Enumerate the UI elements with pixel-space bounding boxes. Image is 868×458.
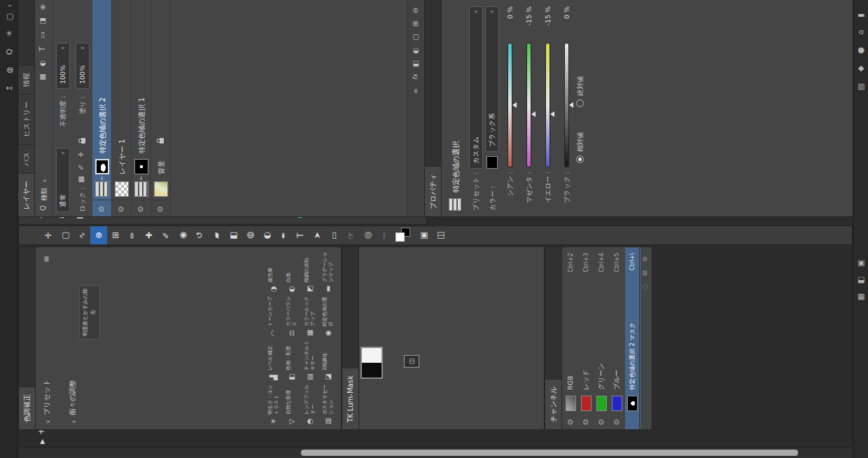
radio-relative[interactable] (576, 155, 584, 163)
layer-mask-thumbnail[interactable] (134, 159, 148, 174)
opacity-dropdown[interactable]: 100% ∨ (56, 43, 70, 89)
mask-link-icon[interactable]: ∞ (99, 176, 105, 181)
object-selection-tool[interactable]: ⊛ (90, 226, 107, 244)
adjustment-layer-thumbnail[interactable] (95, 181, 109, 197)
lock-all-icon[interactable] (81, 138, 85, 144)
tk-bw-swatch[interactable] (360, 347, 383, 379)
filter-kind-label[interactable]: 種類 (40, 188, 49, 201)
new-channel-icon[interactable]: ⊞ (641, 267, 648, 279)
channel-row-green[interactable]: ⊙ グリーン Ctrl+4 (594, 247, 610, 429)
share-icon[interactable]: ↥ (4, 83, 15, 94)
filter-pixel-icon[interactable]: ▩ (38, 71, 46, 83)
blur-tool[interactable]: ◍ (241, 226, 258, 244)
adjustment-item-selective-color[interactable]: ◉特定色域の選択 (320, 293, 338, 338)
taskbar-app-icon-2[interactable]: ◧ (856, 275, 865, 286)
cyan-slider-track[interactable] (507, 43, 512, 167)
lasso-tool[interactable]: ∿ (74, 226, 90, 244)
chevron-down-icon[interactable]: ∨ (41, 179, 48, 183)
preset-card[interactable]: 明度差とかすみの除去 (79, 285, 100, 340)
adjustment-item-channel-mixer[interactable]: ▤チャンネルミキサー (302, 338, 320, 382)
filter-adjustment-icon[interactable]: ◐ (38, 57, 46, 69)
individual-section-header[interactable]: 個々の調整 (68, 380, 78, 415)
channel-row-blue[interactable]: ⊙ ブルー Ctrl+5 (610, 247, 625, 429)
layer-mask-thumbnail[interactable] (95, 159, 109, 174)
shape-tool[interactable]: ▭ (326, 226, 342, 244)
tab-adjustments[interactable]: 色調補正 (19, 387, 35, 429)
preset-dropdown[interactable]: カスタム ∨ (469, 6, 483, 169)
layer-row-layer-1[interactable]: ⊙ レイヤー 1 (112, 0, 132, 216)
adjustment-item-invert[interactable]: ◩階調の反転 (302, 249, 320, 293)
visibility-eye-icon[interactable]: ⊙ (612, 419, 620, 425)
lock-transparency-icon[interactable]: ▩ (77, 176, 85, 183)
tray-icon-5[interactable]: ▮ (856, 10, 865, 21)
adjustment-item-color-balance[interactable]: ⚖カラーバランス (284, 293, 302, 338)
visibility-eye-icon[interactable]: ⊙ (566, 419, 574, 425)
tray-icon-2[interactable]: ◆ (856, 63, 865, 74)
visibility-eye-icon[interactable]: ⊙ (597, 419, 605, 425)
marquee-tool[interactable]: ▢ (57, 226, 74, 244)
layer-row-selective-color-2[interactable]: ⊙ ∞ 特定色域の選択 2 (92, 0, 112, 216)
new-layer-icon[interactable]: ⊞ (412, 18, 419, 30)
tab-layers[interactable]: レイヤー (18, 173, 34, 216)
channel-row-rgb[interactable]: ⊙ RGB Ctrl+2 (564, 247, 579, 429)
adjustment-item-posterize[interactable]: ▥ポスタリゼーション (320, 382, 338, 426)
scrollbar[interactable] (18, 447, 853, 458)
foreground-color-swatch[interactable] (396, 233, 405, 242)
adjustment-layer-thumbnail[interactable] (134, 181, 148, 197)
gradient-tool[interactable]: ◧ (225, 226, 241, 244)
hand-tool[interactable]: ☞ (342, 226, 359, 244)
filter-type-icon[interactable]: T (38, 43, 46, 55)
visibility-eye-icon[interactable]: ⊙ (97, 207, 105, 212)
tray-icon-4[interactable]: ⌂ (856, 27, 865, 38)
load-channel-icon[interactable]: ◌ (641, 281, 648, 293)
search-icon[interactable]: Q (4, 46, 15, 57)
adjustment-item-hue-saturation[interactable]: ◧色相・彩度 (284, 338, 302, 382)
adjustment-item-levels[interactable]: ▟レベル補正 (265, 338, 284, 382)
layer-row-background[interactable]: ⊙ 背景 (151, 0, 171, 216)
tab-channels[interactable]: チャンネル (545, 379, 561, 429)
screen-mode-button[interactable]: ◫ (432, 226, 449, 244)
taskbar-app-icon-3[interactable]: ▣ (856, 258, 865, 269)
add-mask-icon[interactable]: ◧ (412, 57, 419, 70)
chevron-right-icon[interactable]: › (4, 1, 15, 10)
filter-shape-icon[interactable]: ▭ (38, 29, 46, 41)
adjustment-item-color-lookup[interactable]: ▦カラールックアップ (302, 293, 320, 338)
link-layers-icon[interactable]: ∞ (412, 85, 419, 97)
presets-section-header[interactable]: プリセット (42, 380, 52, 415)
filter-toggle-icon[interactable]: ◉ (38, 1, 46, 13)
radio-absolute[interactable] (576, 99, 584, 107)
window-icon[interactable]: ▢ (4, 11, 15, 22)
slider-value[interactable]: 0 % (506, 6, 514, 37)
visibility-eye-icon[interactable]: ⊙ (117, 207, 125, 212)
tab-paths[interactable]: パス (18, 144, 34, 173)
path-selection-tool[interactable]: ➤ (309, 226, 326, 244)
blend-mode-dropdown[interactable]: 通常 ∨ (56, 148, 70, 212)
visibility-eye-icon[interactable]: ⊙ (156, 207, 164, 212)
layer-thumbnail[interactable] (115, 181, 129, 197)
filter-smartobject-icon[interactable]: ◨ (38, 15, 46, 27)
color-range-dropdown[interactable]: ブラック系 ∨ (485, 6, 499, 152)
edit-toolbar-button[interactable]: ⋯ (376, 226, 393, 244)
zoom-tool[interactable]: ◎ (359, 226, 376, 244)
eyedropper-tool[interactable]: ✏ (124, 226, 141, 244)
history-brush-tool[interactable]: ↺ (191, 226, 208, 244)
new-adjustment-icon[interactable]: ◐ (412, 44, 419, 57)
scrollbar-thumb[interactable] (301, 450, 798, 456)
delete-layer-icon[interactable]: ⊖ (412, 4, 419, 17)
magenta-slider-track[interactable] (526, 43, 531, 167)
lock-position-icon[interactable]: ✛ (77, 152, 85, 158)
tray-icon-3[interactable]: ● (856, 45, 865, 56)
visibility-eye-icon[interactable]: ⊙ (136, 207, 144, 212)
clone-stamp-tool[interactable]: ◉ (174, 226, 191, 244)
layer-thumbnail[interactable] (154, 181, 168, 197)
eraser-tool[interactable]: ▰ (208, 226, 225, 244)
pen-tool[interactable]: ✒ (275, 226, 292, 244)
slider-handle[interactable] (512, 102, 517, 108)
tab-properties[interactable]: プロパティ (425, 166, 441, 216)
notifications-icon[interactable]: ◍ (4, 64, 15, 76)
mask-link-icon[interactable]: ∞ (138, 176, 144, 181)
black-slider-track[interactable] (564, 43, 569, 167)
slider-value[interactable]: -15 % (544, 6, 552, 37)
delete-channel-icon[interactable]: ⊖ (641, 253, 648, 265)
slider-handle[interactable] (550, 111, 554, 117)
